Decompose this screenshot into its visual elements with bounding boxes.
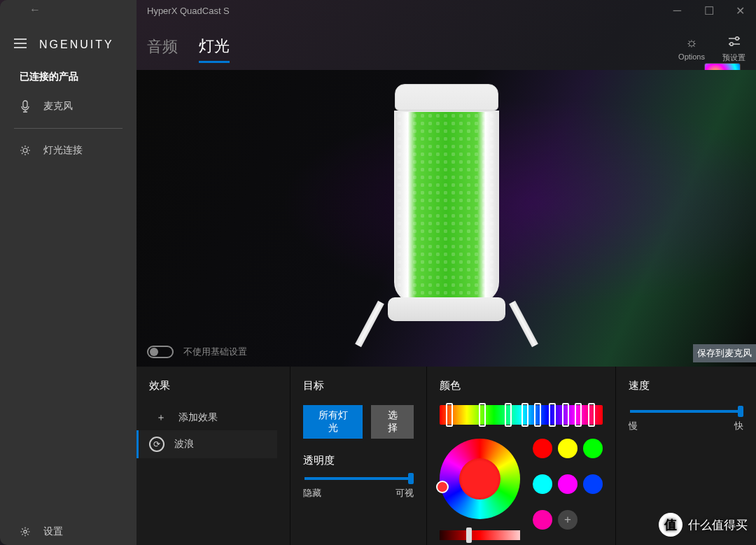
base-settings-toggle[interactable]: [147, 346, 174, 358]
effects-section: 效果 ＋ 添加效果 ⟳ 波浪: [136, 367, 290, 545]
svg-point-2: [24, 530, 27, 533]
window-titlebar: ─ ☐ ✕: [0, 0, 756, 21]
sidebar-section-title: 已连接的产品: [0, 65, 136, 93]
color-wheel[interactable]: [440, 439, 520, 519]
light-icon: [20, 145, 31, 156]
maximize-button[interactable]: ☐: [693, 0, 724, 21]
svg-point-1: [23, 148, 27, 153]
svg-point-4: [729, 43, 732, 45]
tab-row: 音频 灯光 ☼ Options 预设置: [136, 21, 756, 70]
hue-marker[interactable]: [446, 403, 453, 427]
sidebar-item-light-link[interactable]: 灯光连接: [0, 137, 136, 164]
effect-item-wave[interactable]: ⟳ 波浪: [136, 430, 277, 458]
hamburger-icon[interactable]: [14, 38, 27, 51]
hue-marker[interactable]: [549, 403, 556, 427]
divider: [14, 128, 122, 129]
hue-marker[interactable]: [562, 403, 569, 427]
add-effect-label: 添加效果: [178, 411, 218, 424]
select-lights-button[interactable]: 选择: [371, 405, 414, 439]
hue-marker[interactable]: [505, 403, 512, 427]
all-lights-button[interactable]: 所有灯光: [303, 405, 363, 439]
color-swatch[interactable]: [583, 439, 603, 458]
watermark: 值 什么值得买: [659, 513, 748, 537]
opacity-title: 透明度: [303, 454, 414, 467]
watermark-badge: 值: [659, 513, 682, 537]
color-swatch[interactable]: [558, 474, 578, 494]
watermark-text: 什么值得买: [688, 517, 748, 533]
sidebar-item-microphone[interactable]: 麦克风: [0, 93, 136, 120]
hue-bar[interactable]: [440, 405, 603, 425]
hue-marker[interactable]: [479, 403, 486, 427]
close-button[interactable]: ✕: [724, 0, 756, 21]
opacity-max-label: 可视: [396, 487, 414, 500]
sidebar-item-label: 灯光连接: [43, 144, 83, 157]
color-swatch[interactable]: [533, 474, 552, 494]
brightness-slider[interactable]: [440, 530, 520, 540]
presets-label: 预设置: [722, 52, 746, 63]
svg-rect-0: [23, 101, 27, 108]
sidebar-item-label: 设置: [43, 525, 63, 538]
hue-marker[interactable]: [522, 403, 528, 427]
toggle-label: 不使用基础设置: [183, 346, 247, 358]
color-swatch[interactable]: [583, 474, 603, 494]
main-area: HyperX QuadCast S 音频 灯光 ☼ Options 预设置: [136, 0, 756, 545]
microphone-render: [370, 84, 524, 338]
app-logo: NGENUITY: [39, 38, 114, 51]
opacity-slider[interactable]: [304, 477, 412, 480]
section-title: 效果: [149, 379, 277, 392]
save-to-mic-button[interactable]: 保存到麦克风: [693, 344, 756, 362]
plus-icon: ＋: [153, 411, 169, 424]
add-swatch-button[interactable]: +: [558, 510, 578, 530]
section-title: 颜色: [440, 379, 603, 392]
speed-slider[interactable]: [630, 410, 742, 413]
effect-label: 波浪: [174, 438, 194, 451]
sidebar: NGENUITY 已连接的产品 麦克风 灯光连接 设置: [0, 0, 136, 545]
wave-icon: ⟳: [149, 437, 164, 452]
hue-marker[interactable]: [575, 403, 582, 427]
speed-max-label: 快: [734, 420, 743, 432]
color-section: 颜色 +: [427, 367, 616, 545]
sidebar-item-label: 麦克风: [43, 100, 73, 113]
opacity-min-label: 隐藏: [303, 487, 321, 500]
color-swatch[interactable]: [533, 439, 552, 458]
tab-audio[interactable]: 音频: [147, 36, 178, 62]
sliders-icon: [727, 35, 741, 50]
minimize-button[interactable]: ─: [662, 0, 693, 21]
section-title: 速度: [629, 379, 743, 392]
hue-marker[interactable]: [588, 403, 595, 427]
speed-min-label: 慢: [629, 420, 638, 432]
target-section: 目标 所有灯光 选择 透明度 隐藏 可视: [290, 367, 427, 545]
color-swatches: +: [533, 439, 603, 540]
options-label: Options: [678, 52, 705, 61]
color-swatch[interactable]: [533, 510, 552, 530]
mic-icon: [20, 100, 31, 113]
color-wheel-handle[interactable]: [436, 481, 449, 493]
sidebar-item-settings[interactable]: 设置: [0, 518, 136, 545]
color-swatch[interactable]: [558, 439, 578, 458]
tab-light[interactable]: 灯光: [199, 36, 230, 63]
brightness-icon: ☼: [685, 35, 697, 50]
device-preview: 不使用基础设置 保存到麦克风: [136, 70, 756, 367]
svg-point-3: [735, 37, 738, 40]
options-button[interactable]: ☼ Options: [678, 35, 705, 63]
presets-button[interactable]: 预设置: [722, 35, 746, 63]
gear-icon: [20, 526, 31, 537]
section-title: 目标: [303, 379, 414, 392]
hue-marker[interactable]: [534, 403, 541, 427]
add-effect-button[interactable]: ＋ 添加效果: [149, 405, 277, 430]
